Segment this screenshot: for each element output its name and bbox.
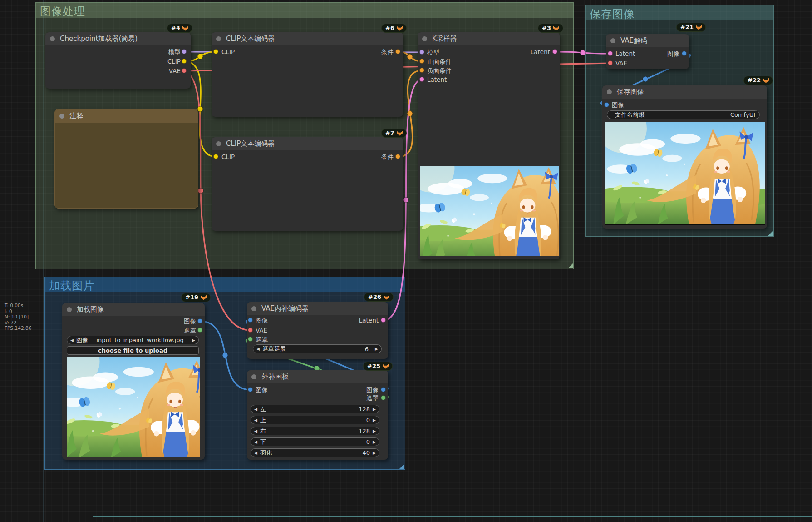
- node-header[interactable]: 外补画板: [247, 370, 388, 383]
- stat-fps: FPS:142.86: [5, 325, 31, 331]
- collapse-dot-icon[interactable]: [251, 374, 256, 379]
- node-header[interactable]: K采样器: [418, 32, 560, 45]
- pad-bottom-widget[interactable]: ◀ 下 0 ▶: [251, 437, 379, 446]
- filename-prefix-widget[interactable]: 文件名前缀 ComfyUI: [607, 110, 760, 119]
- collapse-dot-icon[interactable]: [50, 36, 55, 41]
- link-dot: [643, 76, 648, 82]
- port-conditioning-output[interactable]: [395, 154, 400, 159]
- port-latent-input[interactable]: [608, 51, 613, 56]
- port-clip-input[interactable]: [213, 154, 218, 159]
- node-outpaint-pad[interactable]: 外补画板: [247, 370, 388, 460]
- widget-label: 遮罩延展: [262, 345, 286, 353]
- port-latent-input[interactable]: [419, 77, 424, 82]
- pad-right-widget[interactable]: ◀ 右 128 ▶: [251, 427, 379, 435]
- port-mask-output[interactable]: [197, 328, 202, 333]
- port-clip-input[interactable]: [213, 49, 218, 54]
- image-file-widget[interactable]: ◀ 图像 input_to_inpaint_workflow.jpg ▶: [67, 336, 199, 344]
- port-model-output[interactable]: [182, 49, 187, 54]
- decrement-arrow-icon[interactable]: ◀: [70, 338, 74, 343]
- stat-nodes: N: 10 [10]: [5, 314, 31, 320]
- collapse-dot-icon[interactable]: [67, 307, 72, 312]
- port-label: Latent: [427, 76, 447, 83]
- port-image-input[interactable]: [248, 318, 253, 323]
- fox-icon: [553, 26, 559, 31]
- port-label: 遮罩: [342, 394, 379, 402]
- pad-left-widget[interactable]: ◀ 左 128 ▶: [251, 405, 379, 413]
- increment-arrow-icon[interactable]: ▶: [373, 451, 376, 455]
- port-image-output[interactable]: [381, 387, 386, 392]
- decrement-arrow-icon[interactable]: ◀: [256, 347, 260, 351]
- collapse-dot-icon[interactable]: [216, 141, 221, 146]
- pad-top-widget[interactable]: ◀ 上 0 ▶: [251, 416, 379, 424]
- port-label: Latent: [615, 50, 635, 57]
- port-label: 图像: [256, 317, 268, 324]
- widget-label: 右: [260, 427, 266, 435]
- decrement-arrow-icon[interactable]: ◀: [254, 440, 257, 444]
- port-mask-output[interactable]: [381, 395, 386, 400]
- increment-arrow-icon[interactable]: ▶: [373, 418, 376, 423]
- collapse-dot-icon[interactable]: [610, 38, 615, 43]
- node-header[interactable]: VAE内补编码器: [247, 302, 388, 315]
- node-title: VAE内补编码器: [261, 304, 309, 313]
- port-image-input[interactable]: [604, 102, 609, 107]
- port-vae-output[interactable]: [182, 68, 187, 73]
- widget-value: 128: [359, 406, 370, 413]
- decrement-arrow-icon[interactable]: ◀: [254, 407, 257, 412]
- node-graph-canvas[interactable]: 图像处理 保存图像 加载图片: [0, 0, 812, 522]
- node-header[interactable]: Checkpoint加载器(简易): [45, 32, 191, 45]
- collapse-dot-icon[interactable]: [422, 36, 427, 41]
- port-mask-input[interactable]: [248, 337, 253, 342]
- choose-file-button[interactable]: choose file to upload: [67, 346, 199, 355]
- port-clip-output[interactable]: [182, 59, 187, 64]
- fox-icon: [763, 78, 769, 83]
- node-clip-text-encode-negative[interactable]: CLIP文本编码器: [212, 137, 403, 231]
- increment-arrow-icon[interactable]: ▶: [373, 440, 376, 444]
- mask-grow-widget[interactable]: ◀ 遮罩延展 6 ▶: [253, 344, 382, 353]
- widget-value: 0: [366, 438, 370, 445]
- port-model-input[interactable]: [419, 50, 424, 55]
- stat-iterations: I: 0: [5, 308, 31, 314]
- node-clip-text-encode-positive[interactable]: CLIP文本编码器: [212, 32, 403, 117]
- node-header[interactable]: 保存图像: [602, 85, 767, 99]
- port-negative-input[interactable]: [419, 68, 424, 73]
- port-latent-output[interactable]: [552, 49, 557, 54]
- link-dot: [403, 197, 408, 203]
- port-vae-input[interactable]: [248, 328, 253, 333]
- increment-arrow-icon[interactable]: ▶: [373, 407, 376, 412]
- fox-icon: [397, 131, 403, 136]
- decrement-arrow-icon[interactable]: ◀: [254, 429, 257, 433]
- collapse-dot-icon[interactable]: [251, 306, 256, 311]
- node-header[interactable]: CLIP文本编码器: [212, 137, 403, 150]
- widget-value: 128: [359, 428, 370, 434]
- collapse-dot-icon[interactable]: [216, 36, 221, 41]
- node-id-badge: #25: [363, 362, 393, 371]
- port-conditioning-output[interactable]: [395, 49, 400, 54]
- port-latent-output[interactable]: [381, 318, 386, 323]
- widget-label: 图像: [76, 336, 88, 344]
- node-header[interactable]: 注释: [55, 109, 198, 123]
- increment-arrow-icon[interactable]: ▶: [192, 338, 195, 343]
- node-header[interactable]: CLIP文本编码器: [212, 32, 403, 45]
- collapse-dot-icon[interactable]: [59, 114, 64, 119]
- port-image-input[interactable]: [248, 387, 253, 392]
- port-image-output[interactable]: [682, 51, 687, 56]
- increment-arrow-icon[interactable]: ▶: [375, 347, 378, 351]
- collapse-dot-icon[interactable]: [607, 89, 612, 94]
- increment-arrow-icon[interactable]: ▶: [373, 429, 376, 433]
- port-positive-input[interactable]: [419, 59, 424, 64]
- port-image-output[interactable]: [197, 318, 202, 323]
- widget-label: 左: [260, 405, 266, 413]
- port-label: 条件: [366, 153, 394, 160]
- port-label: 遮罩: [256, 336, 268, 343]
- widget-label: 羽化: [260, 449, 272, 457]
- port-vae-input[interactable]: [608, 60, 613, 65]
- decrement-arrow-icon[interactable]: ◀: [254, 418, 257, 423]
- node-note[interactable]: 注释: [54, 109, 198, 209]
- feather-widget[interactable]: ◀ 羽化 40 ▶: [251, 448, 379, 457]
- node-header[interactable]: VAE解码: [606, 34, 689, 47]
- node-id-badge: #22: [743, 76, 773, 85]
- node-header[interactable]: 加载图像: [62, 303, 205, 316]
- node-id-badge: #7: [381, 129, 407, 138]
- decrement-arrow-icon[interactable]: ◀: [254, 451, 257, 455]
- port-label: 图像: [342, 386, 379, 393]
